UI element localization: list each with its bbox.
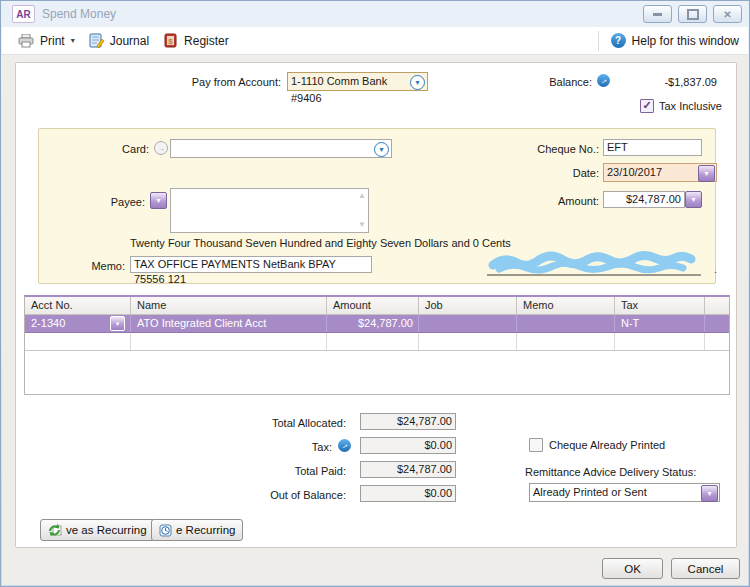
allocation-table: Acct No. Name Amount Job Memo Tax ▾ 2-13… xyxy=(24,295,730,395)
cheque-section: Card: → ▼ Cheque No.: EFT Date: 23/10/20… xyxy=(38,128,716,284)
close-icon: ✕ xyxy=(723,9,731,20)
cheque-printed-label: Cheque Already Printed xyxy=(549,439,665,451)
out-of-balance-label: Out of Balance: xyxy=(96,488,346,502)
col-header-acct-no[interactable]: Acct No. xyxy=(25,297,131,314)
payee-scroll-down-icon[interactable]: ▼ xyxy=(358,221,366,229)
cheque-no-label: Cheque No.: xyxy=(469,142,599,156)
cheque-printed-option: Cheque Already Printed xyxy=(529,438,665,452)
amount-in-words: Twenty Four Thousand Seven Hundred and E… xyxy=(130,237,511,249)
col-header-amount[interactable]: Amount xyxy=(327,297,419,314)
total-allocated-label: Total Allocated: xyxy=(96,416,346,430)
out-of-balance-value: $0.00 xyxy=(360,485,456,502)
cell-acct-no[interactable]: ▾ 2-1340 xyxy=(25,315,131,332)
table-empty-row[interactable] xyxy=(25,333,729,351)
pay-from-account-label: Pay from Account: xyxy=(96,75,281,89)
window-title: Spend Money xyxy=(42,7,116,21)
close-button[interactable]: ✕ xyxy=(713,5,742,23)
balance-value: -$1,837.09 xyxy=(617,75,717,89)
cell-name[interactable]: ATO Integrated Client Acct xyxy=(131,315,327,332)
title-bar: AR Spend Money ✕ xyxy=(1,1,749,27)
total-allocated-value: $24,787.00 xyxy=(360,413,456,430)
svg-text:$: $ xyxy=(168,37,173,46)
tax-detail-arrow-icon[interactable]: → xyxy=(338,439,351,452)
payee-dropdown-icon[interactable]: ▾ xyxy=(150,192,167,209)
remittance-select[interactable]: Already Printed or Sent ▾ xyxy=(529,483,720,502)
print-caret-icon: ▾ xyxy=(71,36,75,45)
cheque-printed-checkbox[interactable] xyxy=(529,438,543,452)
payee-label: Payee: xyxy=(91,195,145,209)
table-header-row: Acct No. Name Amount Job Memo Tax xyxy=(25,297,729,315)
journal-button[interactable]: Journal xyxy=(82,31,156,50)
help-label: Help for this window xyxy=(632,34,739,48)
amount-dropdown-icon[interactable]: ▾ xyxy=(685,191,702,208)
date-label: Date: xyxy=(469,166,599,180)
printer-icon xyxy=(18,34,34,48)
col-header-tax[interactable]: Tax xyxy=(615,297,705,314)
tax-inclusive-option: ✓ Tax Inclusive xyxy=(640,99,722,113)
memo-label: Memo: xyxy=(75,259,125,273)
acct-dropdown-icon[interactable]: ▾ xyxy=(110,316,125,331)
journal-label: Journal xyxy=(110,34,149,48)
card-dropdown-icon[interactable]: ▼ xyxy=(374,142,389,157)
save-recurring-icon xyxy=(48,523,62,537)
date-input[interactable]: 23/10/2017 ▾ xyxy=(603,163,717,182)
amount-label: Amount: xyxy=(469,194,599,208)
payee-scroll-up-icon[interactable]: ▲ xyxy=(358,192,366,200)
col-header-name[interactable]: Name xyxy=(131,297,327,314)
ok-button[interactable]: OK xyxy=(602,558,663,579)
cancel-button[interactable]: Cancel xyxy=(671,558,740,579)
memo-input[interactable]: TAX OFFICE PAYMENTS NetBank BPAY 75556 1… xyxy=(130,256,372,273)
print-button[interactable]: Print ▾ xyxy=(11,32,82,50)
balance-detail-arrow-icon[interactable]: → xyxy=(597,74,610,87)
signature-scribble xyxy=(479,247,717,281)
save-as-recurring-button[interactable]: ve as Recurring xyxy=(40,519,155,541)
cell-memo[interactable] xyxy=(517,315,615,332)
card-detail-arrow-icon[interactable]: → xyxy=(154,141,168,155)
total-paid-label: Total Paid: xyxy=(96,464,346,478)
print-label: Print xyxy=(40,34,65,48)
pay-from-account-combobox[interactable]: 1-1110 Comm Bank #9406 ▼ xyxy=(287,72,428,91)
minimize-button[interactable] xyxy=(643,5,672,23)
card-label: Card: xyxy=(99,142,149,156)
help-link[interactable]: ? Help for this window xyxy=(598,31,739,51)
pay-from-account-value: 1-1110 Comm Bank #9406 xyxy=(291,75,387,104)
amount-input[interactable]: $24,787.00 xyxy=(603,191,685,208)
cheque-no-input[interactable]: EFT xyxy=(603,139,702,156)
cell-amount[interactable]: $24,787.00 xyxy=(327,315,419,332)
transaction-panel: Pay from Account: 1-1110 Comm Bank #9406… xyxy=(15,62,737,548)
register-icon: $ xyxy=(163,33,178,48)
date-dropdown-icon[interactable]: ▾ xyxy=(698,165,715,182)
maximize-icon xyxy=(687,9,699,20)
toolbar: Print ▾ Journal $ Register ? Help for th… xyxy=(2,27,748,55)
journal-icon xyxy=(89,33,104,48)
content-area: Pay from Account: 1-1110 Comm Bank #9406… xyxy=(2,55,748,585)
pay-from-dropdown-icon[interactable]: ▼ xyxy=(410,75,425,90)
register-button[interactable]: $ Register xyxy=(156,31,236,50)
remittance-label: Remittance Advice Delivery Status: xyxy=(525,465,735,479)
app-window: AR Spend Money ✕ Print ▾ Journal $ Regis… xyxy=(0,0,750,587)
maximize-button[interactable] xyxy=(678,5,707,23)
app-logo: AR xyxy=(12,5,35,23)
use-recurring-button[interactable]: e Recurring xyxy=(151,519,243,541)
remittance-dropdown-icon[interactable]: ▾ xyxy=(701,485,718,502)
tax-label: Tax: xyxy=(96,440,332,454)
date-value: 23/10/2017 xyxy=(607,166,662,178)
col-header-memo[interactable]: Memo xyxy=(517,297,615,314)
tax-inclusive-checkbox[interactable]: ✓ xyxy=(640,99,654,113)
register-label: Register xyxy=(184,34,229,48)
cell-tax[interactable]: N-T xyxy=(615,315,705,332)
use-recurring-icon xyxy=(159,524,172,537)
minimize-icon xyxy=(653,13,662,16)
remittance-value: Already Printed or Sent xyxy=(533,486,647,498)
signature-area: . xyxy=(479,247,717,281)
card-combobox[interactable]: ▼ xyxy=(170,139,392,158)
col-header-job[interactable]: Job xyxy=(419,297,517,314)
total-paid-value: $24,787.00 xyxy=(360,461,456,478)
tax-value: $0.00 xyxy=(360,437,456,454)
table-row[interactable]: ▾ 2-1340 ATO Integrated Client Acct $24,… xyxy=(25,315,729,333)
help-icon: ? xyxy=(611,33,626,48)
payee-textarea[interactable]: ▲ ▼ xyxy=(170,188,369,233)
signature-period: . xyxy=(714,263,717,275)
balance-label: Balance: xyxy=(476,75,592,89)
cell-job[interactable] xyxy=(419,315,517,332)
